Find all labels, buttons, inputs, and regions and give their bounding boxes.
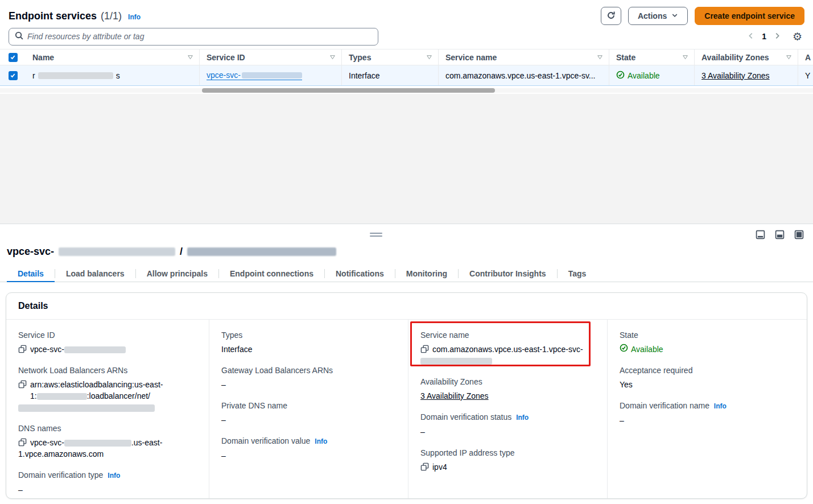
cell-availability-zones: 3 Availability Zones xyxy=(694,65,798,85)
availability-zones-link[interactable]: 3 Availability Zones xyxy=(420,391,489,400)
cell-truncated: Y xyxy=(798,65,813,85)
horizontal-scrollbar[interactable] xyxy=(202,88,495,93)
info-link[interactable]: Info xyxy=(315,437,327,445)
details-card-body: Service ID vpce-svc- Network Load Balanc… xyxy=(6,320,807,499)
field-value-text: Interface xyxy=(221,345,252,354)
tab-details[interactable]: Details xyxy=(7,265,55,282)
column-header-service-name[interactable]: Service name xyxy=(438,49,609,65)
row-checkbox-cell xyxy=(0,65,26,85)
filter-icon[interactable] xyxy=(597,53,603,62)
cell-state: Available xyxy=(609,65,694,85)
field-value-text: – xyxy=(221,380,226,389)
column-label: State xyxy=(616,53,635,62)
cell-service-name: com.amazonaws.vpce.us-east-1.vpce-sv... xyxy=(438,65,609,85)
detail-tabs: Details Load balancers Allow principals … xyxy=(0,265,813,282)
tab-monitoring[interactable]: Monitoring xyxy=(395,265,458,282)
detail-title-prefix: vpce-svc- xyxy=(7,246,54,258)
empty-table-area xyxy=(0,94,813,227)
row-checkbox[interactable] xyxy=(9,71,18,80)
redacted-title-name xyxy=(187,247,336,256)
refresh-icon xyxy=(606,11,616,22)
filter-icon[interactable] xyxy=(786,53,792,62)
actions-button-label: Actions xyxy=(638,11,667,20)
settings-gear-icon[interactable]: ⚙ xyxy=(793,31,802,42)
field-nlb-arns: Network Load Balancers ARNs arn:aws:elas… xyxy=(18,365,197,413)
page-title: Endpoint services xyxy=(9,10,97,22)
title-group: Endpoint services (1/1) Info xyxy=(9,10,141,22)
split-panel-drag-handle[interactable] xyxy=(370,233,382,238)
page-count: (1/1) xyxy=(101,10,122,22)
tab-endpoint-connections[interactable]: Endpoint connections xyxy=(219,265,324,282)
copy-icon[interactable] xyxy=(18,380,27,389)
search-box[interactable] xyxy=(9,28,378,46)
redacted-title-id xyxy=(59,247,175,256)
pagination: 1 xyxy=(747,32,781,42)
tab-notifications[interactable]: Notifications xyxy=(325,265,395,282)
field-label-text: Network Load Balancers ARNs xyxy=(18,366,127,375)
page-prev-icon[interactable] xyxy=(747,32,755,42)
field-label-text: Supported IP address type xyxy=(420,448,515,457)
field-types: Types Interface xyxy=(221,329,397,355)
field-domain-verification-value: Domain verification value Info – xyxy=(221,435,397,461)
search-input[interactable] xyxy=(27,32,372,41)
endpoint-services-table: Name Service ID Types Service name State… xyxy=(0,49,813,94)
column-header-state[interactable]: State xyxy=(609,49,694,65)
info-link[interactable]: Info xyxy=(516,414,529,422)
panel-position-side-icon[interactable] xyxy=(794,229,804,239)
column-label: Service ID xyxy=(207,53,245,62)
create-endpoint-service-button[interactable]: Create endpoint service xyxy=(695,7,804,25)
filter-icon[interactable] xyxy=(187,53,193,62)
field-label-text: Domain verification value xyxy=(221,436,310,445)
field-availability-zones: Availability Zones 3 Availability Zones xyxy=(420,376,596,402)
copy-icon[interactable] xyxy=(420,462,430,472)
info-link[interactable]: Info xyxy=(714,402,727,410)
copy-icon[interactable] xyxy=(18,345,27,354)
field-acceptance-required: Acceptance required Yes xyxy=(620,365,795,390)
tab-contributor-insights[interactable]: Contributor Insights xyxy=(459,265,557,282)
copy-icon[interactable] xyxy=(420,345,430,354)
page-next-icon[interactable] xyxy=(773,32,781,42)
copy-icon[interactable] xyxy=(18,438,27,447)
service-id-link[interactable]: vpce-svc- xyxy=(207,71,302,80)
info-link[interactable]: Info xyxy=(128,13,141,21)
filter-icon[interactable] xyxy=(426,53,432,62)
filter-icon[interactable] xyxy=(329,53,336,62)
field-value-text: 1.vpce.amazonaws.com xyxy=(18,449,104,458)
page-number[interactable]: 1 xyxy=(762,32,766,41)
chevron-down-icon xyxy=(671,11,678,20)
column-header-name[interactable]: Name xyxy=(26,49,199,65)
redacted-value xyxy=(64,346,126,353)
filter-icon[interactable] xyxy=(682,53,688,62)
tab-tags[interactable]: Tags xyxy=(558,265,597,282)
panel-position-bottom-icon[interactable] xyxy=(755,229,765,239)
truncated-cell-text: Y xyxy=(805,71,810,80)
field-gwlb-arns: Gateway Load Balancers ARNs – xyxy=(221,365,397,390)
field-value-text: .us-east- xyxy=(131,438,162,447)
info-link[interactable]: Info xyxy=(108,472,120,480)
column-header-types[interactable]: Types xyxy=(341,49,438,65)
types-text: Interface xyxy=(349,71,379,80)
field-label-text: Availability Zones xyxy=(420,377,482,386)
field-value-text: com.amazonaws.vpce.us-east-1.vpce-svc- xyxy=(432,345,583,354)
details-column-3: Service name com.amazonaws.vpce.us-east-… xyxy=(408,320,607,499)
column-label: A xyxy=(805,53,811,62)
column-header-availability-zones[interactable]: Availability Zones xyxy=(694,49,798,65)
table-toolbar: 1 ⚙ xyxy=(9,27,804,46)
tab-allow-principals[interactable]: Allow principals xyxy=(136,265,218,282)
column-header-truncated[interactable]: A xyxy=(798,49,813,65)
field-label-text: Private DNS name xyxy=(221,401,287,410)
toolbar-right: 1 ⚙ xyxy=(747,31,804,42)
tab-label: Endpoint connections xyxy=(230,269,313,278)
field-label-text: Domain verification type xyxy=(18,470,103,480)
name-fragment: r xyxy=(32,71,35,80)
tab-load-balancers[interactable]: Load balancers xyxy=(55,265,135,282)
panel-position-half-icon[interactable] xyxy=(774,229,785,239)
column-header-service-id[interactable]: Service ID xyxy=(199,49,341,65)
refresh-button[interactable] xyxy=(601,7,621,25)
availability-zones-link[interactable]: 3 Availability Zones xyxy=(701,71,770,80)
table-row[interactable]: rs vpce-svc- Interface com.amazonaws.vpc… xyxy=(0,65,813,86)
select-all-checkbox[interactable] xyxy=(9,53,18,62)
tab-label: Contributor Insights xyxy=(469,269,546,278)
actions-button[interactable]: Actions xyxy=(628,7,688,25)
column-label: Name xyxy=(32,53,54,62)
